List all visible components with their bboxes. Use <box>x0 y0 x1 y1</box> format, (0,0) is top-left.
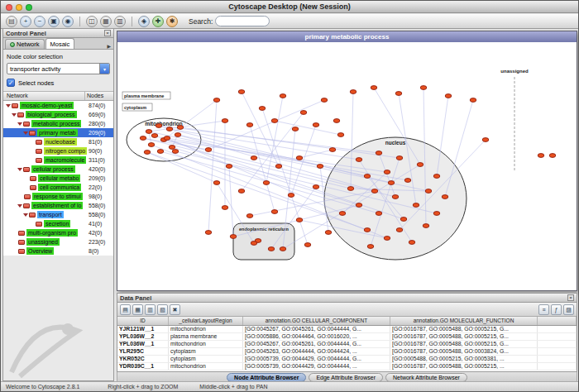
graph-node[interactable] <box>166 127 173 131</box>
tree-header-network-col[interactable]: Network <box>3 92 85 100</box>
graph-node[interactable] <box>288 194 294 198</box>
network-view-title[interactable]: primary metabolic process <box>117 31 577 42</box>
tree-item[interactable]: nitrogen compo90(0) <box>3 146 113 155</box>
graph-node[interactable] <box>172 150 179 154</box>
graph-node[interactable] <box>388 181 395 185</box>
graph-node[interactable] <box>321 98 328 103</box>
table-row[interactable]: YDR039C__1mitochondrion[GO:0005739, GO:0… <box>117 363 577 370</box>
graph-node[interactable] <box>156 124 162 128</box>
graph-node[interactable] <box>175 133 181 137</box>
attribute-dropdown[interactable]: transporter activity ▾ <box>7 63 110 74</box>
table-cell[interactable]: [GO:0045267, GO:0045261, GO:0044444, G..… <box>243 326 390 332</box>
delete-attribute-icon[interactable]: ▥ <box>145 304 156 315</box>
graph-node[interactable] <box>148 143 155 147</box>
expander-icon[interactable] <box>17 204 22 208</box>
graph-node[interactable] <box>238 90 245 94</box>
graph-node[interactable] <box>367 245 374 249</box>
table-cell[interactable]: cytoplasm <box>169 348 243 355</box>
graph-node[interactable] <box>395 92 402 96</box>
table-cell[interactable]: mitochondrion <box>169 326 243 332</box>
graph-node[interactable] <box>404 179 411 183</box>
table-cell[interactable]: YKR052C <box>117 356 169 362</box>
graph-edge[interactable] <box>208 100 324 150</box>
table-cell[interactable]: YPL036W__1 <box>117 341 169 347</box>
select-attributes-icon[interactable]: ▤ <box>120 304 131 315</box>
graph-node[interactable] <box>400 218 407 222</box>
graph-node[interactable] <box>371 189 378 194</box>
graph-node[interactable] <box>280 247 286 251</box>
graph-node[interactable] <box>325 231 332 235</box>
graph-node[interactable] <box>140 136 146 141</box>
graph-node[interactable] <box>169 146 175 150</box>
minimize-window-button[interactable] <box>16 4 22 11</box>
zoom-selected-icon[interactable]: ◉ <box>62 16 74 27</box>
network-overview-icon[interactable]: ▥ <box>114 16 126 27</box>
tree-item[interactable]: nucleobase81(0) <box>3 137 113 146</box>
expander-icon[interactable] <box>23 213 28 217</box>
graph-node[interactable] <box>384 237 390 241</box>
graph-node[interactable] <box>350 90 356 94</box>
graph-node[interactable] <box>271 210 278 214</box>
tree-item[interactable]: multi-organism pro42(0) <box>3 228 113 237</box>
tree-item[interactable]: establishment of lo558(0) <box>3 201 113 210</box>
graph-node[interactable] <box>356 158 362 162</box>
graph-node[interactable] <box>157 150 164 154</box>
expander-icon[interactable] <box>12 113 17 117</box>
table-cell[interactable]: YLR295C <box>117 348 169 355</box>
table-row[interactable]: YPL036W__1mitochondrion[GO:0045267, GO:0… <box>117 341 577 348</box>
graph-node[interactable] <box>384 170 390 174</box>
table-cell[interactable]: [GO:0016787, GO:0005488, GO:0005215, G..… <box>390 326 538 332</box>
graph-node[interactable] <box>151 134 158 138</box>
search-input[interactable] <box>215 16 270 26</box>
tree-item[interactable]: transport558(0) <box>3 210 113 219</box>
match-attributes-icon[interactable]: ▧ <box>157 304 168 315</box>
graph-node[interactable] <box>433 212 440 216</box>
graph-node[interactable] <box>549 154 556 158</box>
graph-node[interactable] <box>296 218 303 222</box>
network-graph[interactable]: nucleusmitochondrionendoplasmic reticulu… <box>117 42 577 290</box>
control-panel-close-icon[interactable]: × <box>104 30 111 36</box>
trash-icon[interactable]: ✖ <box>170 304 180 315</box>
table-cell[interactable]: cytoplasm <box>169 356 243 362</box>
graph-node[interactable] <box>413 203 419 208</box>
table-cell[interactable]: YDR039C__1 <box>117 363 169 370</box>
graph-node[interactable] <box>259 107 266 111</box>
graph-node[interactable] <box>313 185 319 189</box>
graph-node[interactable] <box>271 119 278 123</box>
table-cell[interactable]: plasma membrane <box>169 333 243 340</box>
table-cell[interactable]: [GO:0016787, GO:0005488, GO:0005215, ... <box>390 363 538 370</box>
import-table-icon[interactable]: ▨ <box>563 304 574 315</box>
graph-node[interactable] <box>347 187 354 191</box>
graph-node[interactable] <box>409 241 415 245</box>
graph-node[interactable] <box>226 165 232 169</box>
column-header[interactable] <box>538 317 577 325</box>
graph-node[interactable] <box>144 151 151 155</box>
tree-item[interactable]: response to stimul98(0) <box>3 192 113 201</box>
graph-node[interactable] <box>329 148 336 152</box>
table-cell[interactable]: [GO:0016787, GO:0005488, GO:0005215, G..… <box>390 333 538 340</box>
tab-edge-attribute-browser[interactable]: Edge Attribute Browser <box>309 373 383 382</box>
graph-edge[interactable] <box>275 121 341 135</box>
zoom-fit-icon[interactable]: ▣ <box>48 16 60 27</box>
graph-node[interactable] <box>205 148 212 152</box>
graph-edge[interactable] <box>208 100 217 232</box>
table-cell[interactable]: [GO:0016787, GO:0005488, GO:0005215, G..… <box>390 341 538 347</box>
table-cell[interactable]: [GO:0005488, GO:0005215, GO:0005381, ... <box>390 356 538 362</box>
graph-node[interactable] <box>317 165 323 169</box>
graph-node[interactable] <box>263 181 270 185</box>
tree-item[interactable]: metabolic process280(0) <box>3 119 113 128</box>
graph-node[interactable] <box>222 206 228 210</box>
apply-layout-icon[interactable]: ✚ <box>152 16 164 27</box>
graph-node[interactable] <box>230 235 237 239</box>
graph-node[interactable] <box>213 181 220 185</box>
graph-node[interactable] <box>268 247 275 251</box>
tree-item[interactable]: biological_process669(0) <box>3 110 113 119</box>
graph-node[interactable] <box>376 212 382 216</box>
graph-node[interactable] <box>251 156 257 160</box>
graph-node[interactable] <box>417 163 423 167</box>
tree-item[interactable]: secretion41(0) <box>3 219 113 228</box>
graph-node[interactable] <box>392 195 399 199</box>
graph-node[interactable] <box>364 174 371 179</box>
table-cell[interactable]: [GO:0045263, GO:0044444, GO:0044424, ... <box>243 348 390 355</box>
graph-node[interactable] <box>482 138 489 142</box>
